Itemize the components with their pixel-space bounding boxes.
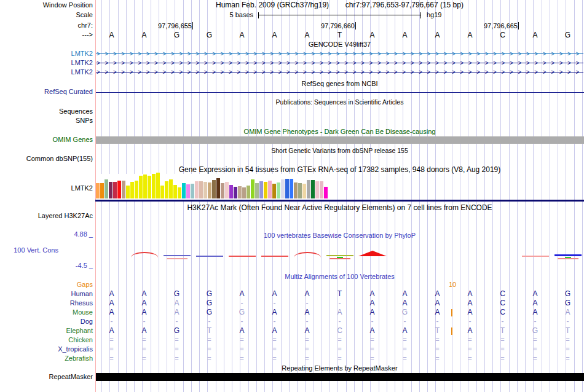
gtex-tissue-bar[interactable] — [208, 182, 211, 198]
dbsnp-title[interactable]: Short Genetic Variants from dbSNP releas… — [95, 147, 584, 155]
gtex-tissue-bar[interactable] — [272, 184, 276, 198]
gtex-tissue-bar[interactable] — [285, 179, 289, 198]
gtex-bar-chart[interactable] — [96, 173, 329, 198]
label-gencode-gene-1[interactable]: LMTK2 — [71, 59, 93, 67]
gtex-tissue-bar[interactable] — [100, 183, 104, 198]
gtex-tissue-bar[interactable] — [195, 181, 199, 198]
gtex-tissue-bar[interactable] — [143, 174, 147, 198]
gtex-tissue-bar[interactable] — [109, 182, 112, 198]
alignment-cell: - — [193, 317, 226, 326]
alignment-row-chicken[interactable]: =============== — [95, 335, 584, 345]
gtex-tissue-bar[interactable] — [96, 183, 100, 198]
gtex-tissue-bar[interactable] — [320, 181, 323, 198]
gtex-tissue-bar[interactable] — [315, 181, 319, 198]
gtex-tissue-bar[interactable] — [199, 181, 203, 198]
alignment-row-zebrafish[interactable]: =============== — [95, 354, 584, 363]
gtex-tissue-bar[interactable] — [178, 187, 181, 198]
alignment-row-rhesus[interactable]: AAAG----AAAACAG — [95, 299, 584, 308]
alignment-row-elephant[interactable]: AAGTAAACAATATGT — [95, 326, 584, 335]
gtex-tissue-bar[interactable] — [152, 174, 156, 198]
gtex-tissue-bar[interactable] — [259, 181, 263, 198]
gtex-tissue-bar[interactable] — [156, 173, 160, 198]
repeatmasker-title[interactable]: Repeating Elements by RepeatMasker — [95, 364, 584, 372]
gtex-tissue-bar[interactable] — [113, 182, 117, 198]
gene-row-lmtk2-2[interactable]: >>>>>>>>>>>>>>>>>>>>>>>>>>>>>>>>>>>>>>>>… — [96, 68, 583, 76]
gtex-tissue-bar[interactable] — [290, 179, 293, 198]
label-layered-h3k27ac[interactable]: Layered H3K27Ac — [38, 212, 93, 220]
label-omim-genes[interactable]: OMIM Genes — [53, 136, 93, 144]
label-repeatmasker[interactable]: RepeatMasker — [49, 373, 93, 381]
gtex-tissue-bar[interactable] — [307, 180, 310, 198]
gencode-title[interactable]: GENCODE V49lift37 — [95, 41, 584, 49]
gene-row-lmtk2-0[interactable]: >>>>>>>>>>>>>>>>>>>>>>>>>>>>>>>>>>>>>>>>… — [96, 50, 583, 58]
multiz-title[interactable]: Multiz Alignments of 100 Vertebrates — [95, 273, 584, 281]
gene-row-lmtk2-1[interactable]: >>>>>>>>>>>>>>>>>>>>>>>>>>>>>>>>>>>>>>>>… — [96, 59, 583, 67]
assembly-short: hg19 — [427, 11, 441, 19]
gtex-tissue-bar[interactable] — [242, 187, 246, 198]
gtex-tissue-bar[interactable] — [117, 181, 121, 198]
gtex-tissue-bar[interactable] — [216, 178, 220, 198]
refseq-title[interactable]: RefSeq genes from NCBI — [95, 80, 584, 88]
repeatmasker-bar[interactable] — [96, 373, 584, 381]
gtex-tissue-bar[interactable] — [122, 181, 125, 198]
omim-title[interactable]: OMIM Gene Phenotypes - Dark Green Can Be… — [95, 128, 584, 136]
alignment-row-x_tropicalis[interactable]: =============== — [95, 345, 584, 354]
gtex-tissue-bar[interactable] — [186, 184, 190, 198]
gtex-tissue-bar[interactable] — [268, 181, 272, 198]
gtex-tissue-bar[interactable] — [225, 182, 229, 198]
gtex-tissue-bar[interactable] — [160, 186, 164, 198]
gtex-tissue-bar[interactable] — [324, 187, 328, 198]
gtex-tissue-bar[interactable] — [264, 182, 267, 198]
refseq-curated-line[interactable] — [96, 92, 584, 93]
gtex-tissue-bar[interactable] — [126, 186, 130, 198]
label-gencode-gene-2[interactable]: LMTK2 — [71, 68, 93, 76]
gtex-tissue-bar[interactable] — [229, 185, 233, 198]
base-sequence-row[interactable]: AAGGAAATAAAACAG — [95, 31, 584, 39]
gtex-tissue-bar[interactable] — [130, 182, 134, 198]
gtex-tissue-bar[interactable] — [247, 186, 250, 198]
label-publications-sequences[interactable]: Sequences — [59, 108, 93, 116]
conservation-wiggle[interactable] — [95, 243, 584, 268]
gtex-tissue-bar[interactable] — [182, 183, 186, 198]
alignment-cell: A — [95, 289, 128, 299]
gtex-tissue-bar[interactable] — [173, 185, 177, 198]
gtex-tissue-bar[interactable] — [251, 179, 255, 198]
alignment-cell: G — [551, 289, 584, 299]
gtex-tissue-bar[interactable] — [105, 179, 108, 198]
h3k27ac-title[interactable]: H3K27Ac Mark (Often Found Near Active Re… — [95, 204, 584, 212]
alignment-row-human[interactable]: AAGGAAATAAAACAG — [95, 289, 584, 299]
label-gtex-gene[interactable]: LMTK2 — [71, 184, 93, 192]
gtex-tissue-bar[interactable] — [165, 181, 168, 198]
gtex-tissue-bar[interactable] — [135, 181, 138, 198]
gtex-tissue-bar[interactable] — [148, 176, 151, 198]
gtex-tissue-bar[interactable] — [203, 182, 207, 198]
alignment-row-dog[interactable]: --------------- — [95, 317, 584, 326]
label-refseq-curated[interactable]: RefSeq Curated — [44, 88, 93, 96]
insertion-tick-elephant — [451, 327, 452, 335]
gtex-tissue-bar[interactable] — [191, 184, 194, 198]
label-common-dbsnp[interactable]: Common dbSNP(155) — [26, 155, 93, 163]
gtex-tissue-bar[interactable] — [255, 183, 259, 198]
base-letter: A — [128, 31, 160, 39]
label-cons-track[interactable]: 100 Vert. Cons — [14, 246, 58, 254]
gtex-tissue-bar[interactable] — [139, 176, 143, 198]
gtex-tissue-bar[interactable] — [212, 180, 216, 198]
alignment-row-mouse[interactable]: AAAGGAAAAGAACAA — [95, 308, 584, 317]
omim-genes-bar[interactable] — [96, 136, 584, 144]
gtex-tissue-bar[interactable] — [234, 187, 237, 198]
gtex-tissue-bar[interactable] — [221, 183, 224, 198]
conservation-title[interactable]: 100 vertebrates Basewise Conservation by… — [95, 232, 584, 240]
gtex-tissue-bar[interactable] — [277, 182, 280, 198]
alignment-cell: = — [389, 335, 421, 345]
gtex-tissue-bar[interactable] — [302, 184, 306, 198]
gtex-tissue-bar[interactable] — [281, 179, 285, 198]
gtex-tissue-bar[interactable] — [298, 183, 302, 198]
gtex-tissue-bar[interactable] — [311, 180, 315, 198]
label-gencode-gene-0[interactable]: LMTK2 — [71, 50, 93, 58]
gtex-tissue-bar[interactable] — [169, 179, 173, 198]
publications-title[interactable]: Publications: Sequences in Scientific Ar… — [95, 98, 584, 106]
label-publications-snps[interactable]: SNPs — [76, 117, 93, 125]
alignment-cell: = — [95, 354, 128, 363]
gtex-tissue-bar[interactable] — [294, 182, 298, 198]
gtex-tissue-bar[interactable] — [238, 186, 242, 198]
